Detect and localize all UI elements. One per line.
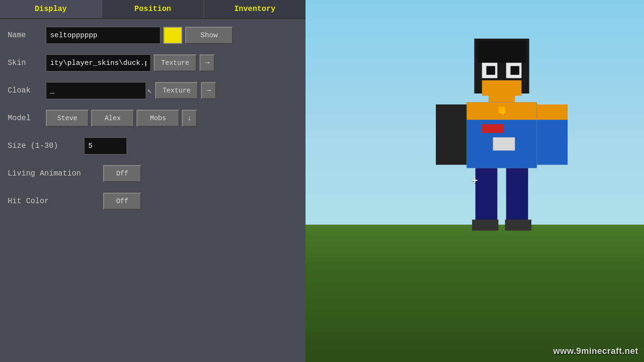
minecraft-character: + [435,39,569,258]
size-input[interactable] [84,137,127,155]
name-row: Name Show [8,25,298,46]
hit-color-row: Hit Color Off [8,191,298,212]
skin-label: Skin [8,59,46,67]
model-controls: Steve Alex Mobs ↓ [46,110,298,127]
skin-arrow-button[interactable]: → [200,54,215,72]
skin-controls: Texture → [46,54,298,72]
living-animation-toggle[interactable]: Off [103,165,141,182]
name-label: Name [8,31,46,40]
cloak-arrow-button[interactable]: → [201,82,216,99]
svg-rect-5 [510,66,519,75]
hit-color-toggle[interactable]: Off [103,193,141,210]
size-label: Size (1-30) [8,142,84,150]
svg-rect-9 [482,124,504,133]
steve-button[interactable]: Steve [46,110,89,127]
right-panel: + + www.9minecraft.net [306,0,644,362]
show-button[interactable]: Show [185,27,233,44]
svg-rect-14 [537,104,567,120]
watermark: www.9minecraft.net [553,346,638,356]
mobs-button[interactable]: Mobs [137,110,179,127]
tab-display[interactable]: Display [0,0,102,18]
tab-position[interactable]: Position [102,0,204,18]
tab-inventory[interactable]: Inventory [204,0,306,18]
svg-rect-17 [472,220,498,231]
name-controls: Show [46,27,298,44]
living-animation-row: Living Animation Off [8,163,298,184]
skin-input[interactable] [46,54,151,72]
living-animation-label: Living Animation [8,169,103,178]
svg-rect-10 [493,137,515,151]
svg-rect-12 [436,104,466,165]
model-down-button[interactable]: ↓ [182,110,197,127]
cloak-label: Cloak [8,86,46,95]
svg-rect-4 [486,66,495,75]
cursor-indicator: ↖ [147,85,152,96]
form-area: Name Show Skin Texture → Cloak ↖ [0,19,306,362]
cloak-controls: ↖ Texture → [46,82,298,99]
left-panel: Display Position Inventory Name Show Ski… [0,0,306,362]
hit-color-label: Hit Color [8,197,103,206]
cloak-texture-button[interactable]: Texture [155,82,198,99]
cloak-row: Cloak ↖ Texture → [8,80,298,101]
tab-bar: Display Position Inventory [0,0,306,19]
model-label: Model [8,114,46,123]
size-row: Size (1-30) [8,135,298,156]
skin-texture-button[interactable]: Texture [154,54,197,72]
skin-row: Skin Texture → [8,52,298,73]
character-container: + [435,39,569,260]
size-controls [84,137,298,155]
svg-rect-6 [482,81,521,96]
svg-rect-18 [505,220,531,231]
living-animation-controls: Off [103,165,298,182]
cloak-input[interactable] [46,82,146,99]
svg-rect-16 [506,168,528,226]
name-input[interactable] [46,27,160,44]
name-color-swatch[interactable] [163,27,182,44]
svg-rect-15 [475,168,497,226]
alex-button[interactable]: Alex [91,110,134,127]
svg-rect-1 [477,41,526,63]
hit-color-controls: Off [103,193,298,210]
svg-text:+: + [499,105,506,118]
model-row: Model Steve Alex Mobs ↓ [8,108,298,129]
